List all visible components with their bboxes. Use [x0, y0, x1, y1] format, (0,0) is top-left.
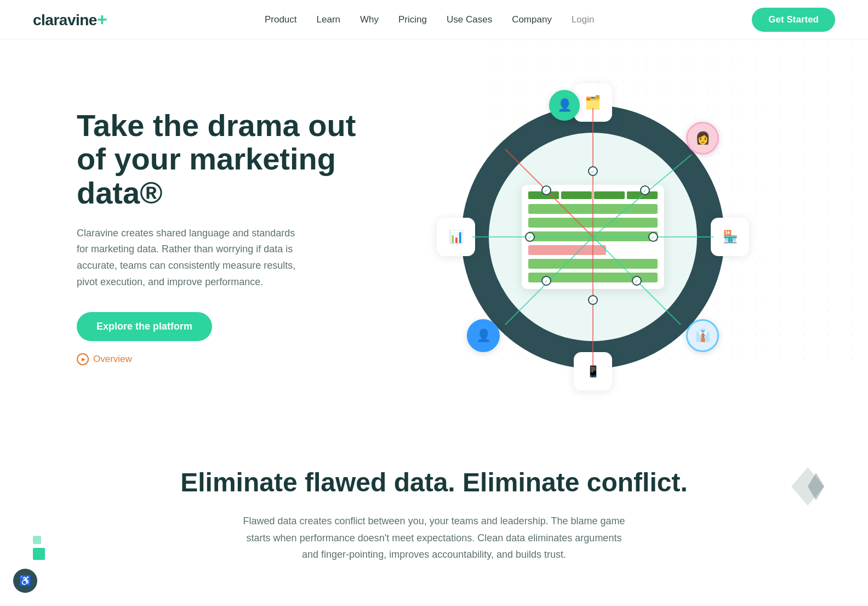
- data-table-illustration: [522, 185, 664, 289]
- hero-description: Claravine creates shared language and st…: [77, 225, 307, 291]
- avatar-bottom-left: 👤: [467, 319, 500, 352]
- nav-why[interactable]: Why: [360, 14, 379, 25]
- table-row: [528, 259, 658, 269]
- nav-use-cases[interactable]: Use Cases: [447, 14, 492, 25]
- section2-description: Flawed data creates conflict between you…: [242, 513, 626, 563]
- table-header: [528, 191, 658, 199]
- table-row-highlight: [528, 245, 606, 255]
- hero-illustration: ✓ ✓ ✓ ✓ ✓ ✓ ✓ ✓ 🗂️ 🏪: [362, 72, 824, 401]
- nav-login[interactable]: Login: [572, 14, 595, 25]
- get-started-button[interactable]: Get Started: [752, 8, 835, 32]
- deco-dark-shape: [791, 467, 824, 508]
- header-cell: [528, 191, 559, 199]
- nav-product[interactable]: Product: [265, 14, 297, 25]
- icon-card-left: 📊: [437, 218, 475, 256]
- section-eliminate: Eliminate flawed data. Eliminate conflic…: [0, 423, 868, 596]
- header-cell: [594, 191, 625, 199]
- avatar-top: 👤: [549, 90, 580, 121]
- section2-title: Eliminate flawed data. Eliminate conflic…: [110, 467, 758, 497]
- hero-section: Take the drama out of your marketing dat…: [0, 39, 868, 423]
- table-row: [528, 273, 658, 282]
- deco-teal-shape: [33, 536, 60, 563]
- avatar-top-right: 👩: [686, 122, 719, 155]
- logo-text: claravine+: [33, 9, 107, 30]
- hero-title: Take the drama out of your marketing dat…: [77, 109, 362, 210]
- play-icon: [77, 353, 89, 365]
- svg-rect-25: [33, 536, 41, 544]
- table-row: [528, 204, 658, 214]
- table-row: [528, 218, 658, 228]
- navigation: claravine+ Product Learn Why Pricing Use…: [0, 0, 868, 39]
- svg-rect-24: [33, 548, 45, 560]
- header-cell: [561, 191, 592, 199]
- accessibility-icon: ♿: [19, 575, 31, 587]
- icon-card-bottom: 📱: [574, 352, 612, 390]
- outer-circle: 🗂️ 🏪 📊 📱 👤: [461, 105, 724, 369]
- header-cell: [627, 191, 658, 199]
- explore-platform-button[interactable]: Explore the platform: [77, 312, 212, 341]
- avatar-bottom-right: 👔: [686, 319, 719, 352]
- overview-link[interactable]: Overview: [77, 353, 362, 365]
- icon-card-right: 🏪: [711, 218, 749, 256]
- hero-content: Take the drama out of your marketing dat…: [77, 109, 362, 366]
- logo[interactable]: claravine+: [33, 9, 107, 30]
- inner-circle: [489, 133, 697, 341]
- nav-links: Product Learn Why Pricing Use Cases Comp…: [265, 14, 595, 25]
- overview-label: Overview: [93, 354, 132, 365]
- table-row: [528, 231, 658, 241]
- nav-company[interactable]: Company: [512, 14, 552, 25]
- nav-pricing[interactable]: Pricing: [398, 14, 427, 25]
- nav-learn[interactable]: Learn: [317, 14, 340, 25]
- accessibility-badge[interactable]: ♿: [13, 569, 37, 593]
